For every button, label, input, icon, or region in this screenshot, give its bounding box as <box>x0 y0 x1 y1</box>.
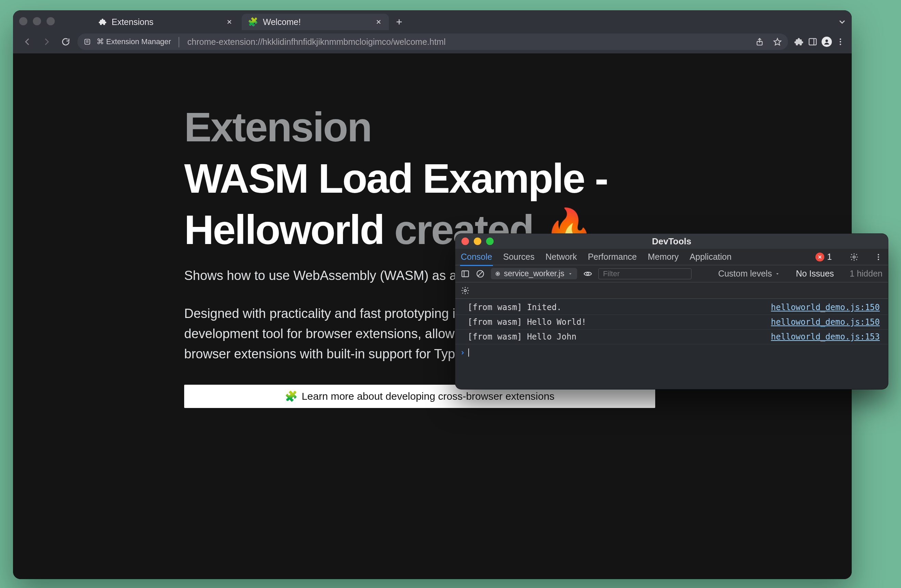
kebab-menu-icon[interactable] <box>836 37 845 46</box>
puzzle-emoji-icon: 🧩 <box>285 390 298 402</box>
tab-console[interactable]: Console <box>461 252 492 262</box>
svg-point-11 <box>878 257 879 258</box>
svg-rect-1 <box>86 40 88 41</box>
error-count[interactable]: 1 <box>815 252 832 262</box>
url-text: chrome-extension://hkklidinfhnfidkjiknmm… <box>187 37 445 47</box>
console-settings-icon[interactable] <box>461 286 470 295</box>
issues-button[interactable]: No Issues <box>796 269 834 278</box>
page-title-chip: ⌘ Extension Manager <box>97 37 171 46</box>
kebab-menu-icon[interactable] <box>874 253 882 261</box>
close-tab-icon[interactable] <box>226 19 233 25</box>
error-count-value: 1 <box>827 252 832 262</box>
devtools-tabs: Console Sources Network Performance Memo… <box>455 249 888 265</box>
cursor <box>468 348 469 357</box>
tab-extensions[interactable]: Extensions <box>92 14 240 30</box>
minimize-window-icon[interactable] <box>33 17 41 25</box>
profile-icon[interactable] <box>822 37 832 47</box>
close-window-icon[interactable] <box>19 17 27 25</box>
console-log-row: [from wasm] Inited. helloworld_demo.js:1… <box>455 300 888 315</box>
hidden-count: 1 hidden <box>850 269 882 278</box>
devtools-title: DevTools <box>652 236 691 247</box>
puzzle-icon <box>98 18 107 26</box>
clear-console-icon[interactable] <box>476 269 485 278</box>
tabs-overflow-button[interactable] <box>837 17 847 27</box>
back-button[interactable] <box>20 34 35 49</box>
prompt-caret-icon: › <box>460 348 465 357</box>
svg-point-8 <box>840 44 841 45</box>
devtools-titlebar[interactable]: DevTools <box>455 234 888 249</box>
console-output: [from wasm] Inited. helloworld_demo.js:1… <box>455 299 888 361</box>
page-heading: Extension WASM Load Example - Helloworld… <box>184 101 655 255</box>
context-label: service_worker.js <box>504 269 564 278</box>
svg-point-6 <box>840 38 841 40</box>
console-controls-row2 <box>455 282 888 299</box>
close-tab-icon[interactable] <box>375 19 382 25</box>
minimize-window-icon[interactable] <box>474 238 481 245</box>
window-controls[interactable] <box>19 17 55 25</box>
console-prompt[interactable]: › <box>455 344 888 361</box>
live-expression-icon[interactable] <box>583 269 592 278</box>
maximize-window-icon[interactable] <box>486 238 494 245</box>
toolbar-right <box>794 37 845 47</box>
maximize-window-icon[interactable] <box>47 17 55 25</box>
share-icon[interactable] <box>755 37 764 46</box>
error-icon <box>815 253 824 261</box>
tab-performance[interactable]: Performance <box>588 252 637 262</box>
bookmark-icon[interactable] <box>773 37 782 46</box>
log-levels-selector[interactable]: Custom levels <box>718 269 780 278</box>
reload-button[interactable] <box>58 34 73 49</box>
svg-rect-13 <box>462 271 469 277</box>
address-bar[interactable]: ⌘ Extension Manager │ chrome-extension:/… <box>77 34 788 50</box>
log-message: [from wasm] Inited. <box>468 303 562 312</box>
console-log-row: [from wasm] Hello World! helloworld_demo… <box>455 315 888 330</box>
svg-point-16 <box>497 273 499 274</box>
log-message: [from wasm] Hello World! <box>468 317 586 327</box>
tab-title: Welcome! <box>263 17 301 27</box>
devtools-window: DevTools Console Sources Network Perform… <box>455 234 888 389</box>
toggle-sidebar-icon[interactable] <box>461 269 470 278</box>
para-pre: Designed with practicality and fast prot… <box>184 306 502 321</box>
cta-label: Learn more about developing cross-browse… <box>302 390 555 402</box>
svg-point-17 <box>587 272 589 275</box>
settings-icon[interactable] <box>850 253 859 261</box>
sidepanel-icon[interactable] <box>808 37 817 47</box>
devtools-window-controls[interactable] <box>461 238 494 245</box>
puzzle-emoji-icon: 🧩 <box>248 17 258 27</box>
tab-application[interactable]: Application <box>690 252 731 262</box>
svg-point-12 <box>878 259 879 260</box>
tab-welcome[interactable]: 🧩 Welcome! <box>242 14 389 30</box>
divider: │ <box>177 37 182 47</box>
context-selector[interactable]: service_worker.js <box>491 268 577 279</box>
site-info-icon[interactable] <box>84 38 91 45</box>
svg-point-9 <box>853 256 856 258</box>
console-log-row: [from wasm] Hello John helloworld_demo.j… <box>455 330 888 344</box>
tab-strip: Extensions 🧩 Welcome! <box>13 10 852 30</box>
console-controls: service_worker.js Custom levels No Issue… <box>455 265 888 282</box>
svg-point-7 <box>840 41 841 42</box>
browser-chrome: Extensions 🧩 Welcome! <box>13 10 852 53</box>
tab-sources[interactable]: Sources <box>503 252 535 262</box>
svg-point-10 <box>878 254 879 255</box>
log-source-link[interactable]: helloworld_demo.js:153 <box>771 332 880 342</box>
forward-button[interactable] <box>39 34 54 49</box>
tab-memory[interactable]: Memory <box>648 252 678 262</box>
svg-rect-2 <box>86 42 88 42</box>
extensions-icon[interactable] <box>794 37 804 47</box>
svg-rect-4 <box>809 39 817 45</box>
log-source-link[interactable]: helloworld_demo.js:150 <box>771 303 880 312</box>
toolbar: ⌘ Extension Manager │ chrome-extension:/… <box>13 30 852 53</box>
new-tab-button[interactable] <box>394 16 405 27</box>
svg-point-18 <box>464 289 466 292</box>
tab-network[interactable]: Network <box>545 252 577 262</box>
tab-title: Extensions <box>112 17 153 27</box>
filter-input[interactable] <box>599 268 692 279</box>
close-window-icon[interactable] <box>461 238 469 245</box>
heading-line-1: Extension <box>184 101 655 152</box>
log-message: [from wasm] Hello John <box>468 332 577 342</box>
svg-point-5 <box>825 40 828 42</box>
log-source-link[interactable]: helloworld_demo.js:150 <box>771 317 880 327</box>
levels-label: Custom levels <box>718 269 772 278</box>
